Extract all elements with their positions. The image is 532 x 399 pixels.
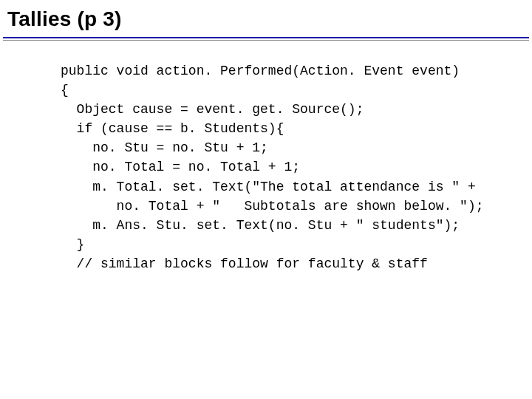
- title-wrap: Tallies (p 3): [0, 0, 532, 34]
- slide: Tallies (p 3) public void action. Perfor…: [0, 0, 532, 399]
- title-rule-shadow: [3, 40, 529, 41]
- slide-title: Tallies (p 3): [7, 7, 523, 31]
- code-block: public void action. Performed(Action. Ev…: [61, 61, 532, 273]
- title-rule: [3, 37, 529, 38]
